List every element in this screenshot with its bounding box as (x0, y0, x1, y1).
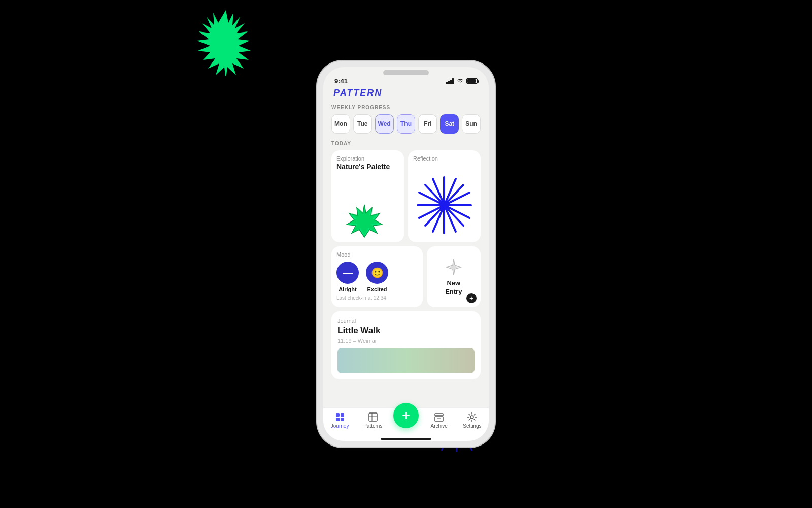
journey-icon (335, 412, 345, 422)
battery-icon (466, 78, 478, 84)
sparkle-icon (445, 258, 463, 276)
svg-rect-26 (369, 413, 377, 421)
svg-rect-10 (446, 82, 448, 84)
day-mon[interactable]: Mon (331, 114, 350, 134)
mood-excited-label: Excited (367, 286, 387, 292)
nav-archive[interactable]: Archive (423, 412, 456, 429)
nav-settings-label: Settings (463, 423, 481, 429)
svg-rect-11 (448, 81, 450, 84)
home-indicator (323, 436, 489, 441)
green-spiky-art (336, 197, 392, 242)
svg-rect-13 (452, 78, 454, 84)
exploration-card[interactable]: Exploration Nature's Palette 12:34 ✓ (331, 150, 404, 242)
today-label: TODAY (331, 141, 481, 146)
green-starburst-decoration (193, 10, 259, 76)
mood-excited-circle: 🙂 (366, 262, 388, 284)
status-bar: 9:41 (323, 75, 489, 86)
day-tue[interactable]: Tue (353, 114, 372, 134)
signal-icon (446, 78, 454, 84)
phone-frame: 9:41 (317, 61, 495, 447)
wifi-icon (457, 78, 464, 84)
mood-alright-label: Alright (339, 286, 356, 292)
exploration-type: Exploration (336, 155, 399, 162)
mood-alright: — Alright (336, 262, 359, 292)
nav-patterns[interactable]: Patterns (356, 412, 389, 429)
svg-rect-12 (450, 80, 452, 84)
day-thu[interactable]: Thu (397, 114, 416, 134)
svg-point-32 (470, 416, 473, 419)
journal-type: Journal (337, 318, 475, 324)
patterns-icon (368, 412, 378, 422)
archive-icon (434, 412, 444, 422)
svg-marker-0 (197, 10, 251, 76)
mood-checkin-text: Last check-in at 12:34 (336, 295, 418, 301)
journal-meta: 11:19 – Weimar (337, 338, 475, 344)
reflection-type: Reflection (413, 155, 476, 162)
add-icon: + (402, 408, 410, 423)
mood-alright-circle: — (336, 262, 359, 284)
blue-starburst-art (415, 175, 473, 236)
mood-excited: 🙂 Excited (366, 262, 388, 292)
journal-thumbnail (337, 348, 475, 373)
nav-settings[interactable]: Settings (456, 412, 489, 429)
reflection-art (413, 163, 476, 242)
nav-add[interactable]: + (389, 413, 422, 428)
nav-journey-label: Journey (331, 423, 349, 429)
phone-notch (323, 67, 489, 75)
status-icons (446, 78, 478, 84)
today-cards-row: Exploration Nature's Palette 12:34 ✓ (331, 150, 481, 242)
exploration-art (336, 173, 399, 242)
status-time: 9:41 (334, 77, 348, 85)
week-days-row: Mon Tue Wed Thu Fri Sat Sun (331, 114, 481, 134)
day-wed[interactable]: Wed (375, 114, 394, 134)
nav-patterns-label: Patterns (363, 423, 382, 429)
mood-card[interactable]: Mood — Alright 🙂 Excited (331, 246, 423, 307)
add-button[interactable]: + (393, 403, 419, 428)
app-header: PATTERN (323, 86, 489, 102)
svg-rect-29 (435, 414, 443, 416)
phone-screen: 9:41 (323, 67, 489, 441)
mood-row: Mood — Alright 🙂 Excited (331, 246, 481, 307)
reflection-card[interactable]: Reflection (408, 150, 481, 242)
new-entry-label: NewEntry (445, 279, 462, 295)
home-bar (381, 438, 431, 440)
journal-card[interactable]: Journal Little Walk 11:19 – Weimar (331, 311, 481, 379)
main-scroll[interactable]: WEEKLY PROGRESS Mon Tue Wed Thu Fri Sat … (323, 102, 489, 407)
mood-label: Mood (336, 251, 418, 258)
exploration-title: Nature's Palette (336, 163, 399, 171)
svg-rect-25 (341, 418, 344, 421)
notch-pill (383, 70, 429, 75)
nav-archive-label: Archive (431, 423, 448, 429)
day-sat[interactable]: Sat (440, 114, 459, 134)
day-sun[interactable]: Sun (462, 114, 481, 134)
bottom-nav: Journey Patterns + (323, 407, 489, 436)
mood-emotions: — Alright 🙂 Excited (336, 262, 418, 292)
new-entry-plus[interactable]: + (466, 293, 477, 303)
app-logo: PATTERN (333, 88, 382, 98)
day-fri[interactable]: Fri (418, 114, 437, 134)
svg-rect-23 (341, 413, 344, 417)
nav-journey[interactable]: Journey (323, 412, 356, 429)
settings-icon (467, 412, 477, 422)
svg-rect-22 (336, 413, 340, 417)
weekly-progress-label: WEEKLY PROGRESS (331, 105, 481, 110)
journal-title: Little Walk (337, 326, 475, 336)
svg-rect-24 (336, 418, 340, 421)
new-entry-card[interactable]: NewEntry + (427, 246, 481, 307)
